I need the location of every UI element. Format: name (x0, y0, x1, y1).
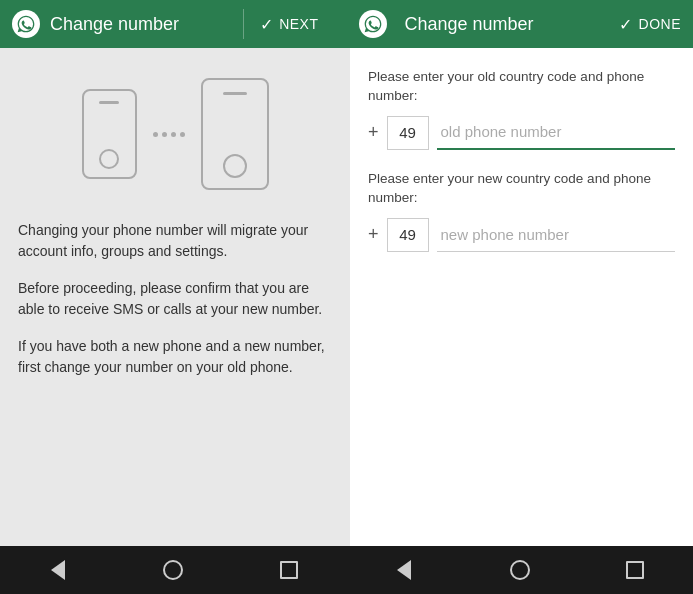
whatsapp-logo-right (359, 10, 387, 38)
old-number-label: Please enter your old country code and p… (368, 68, 675, 106)
next-check-icon: ✓ (260, 15, 274, 34)
home-icon-right (510, 560, 530, 580)
home-button-left[interactable] (133, 546, 213, 594)
new-number-input-row: + 49 (368, 218, 675, 252)
right-panel: Please enter your old country code and p… (350, 48, 693, 546)
recents-icon-right (626, 561, 644, 579)
top-nav-bar: Change number ✓ NEXT Change number ✓ DON… (0, 0, 693, 48)
phone-icon-large (201, 78, 269, 190)
whatsapp-logo-left (12, 10, 40, 38)
home-button-right[interactable] (480, 546, 560, 594)
old-country-code[interactable]: 49 (387, 116, 429, 150)
old-number-input-row: + 49 (368, 116, 675, 150)
home-icon-left (163, 560, 183, 580)
dot-1 (153, 132, 158, 137)
nav-title-left: Change number (50, 14, 179, 35)
new-phone-input[interactable] (437, 218, 675, 252)
back-button-left[interactable] (18, 546, 98, 594)
next-button[interactable]: ✓ NEXT (244, 15, 335, 34)
old-phone-input[interactable] (437, 116, 675, 150)
bottom-nav (0, 546, 693, 594)
nav-title-right: Change number (405, 14, 534, 35)
new-plus-sign: + (368, 224, 379, 245)
recents-button-right[interactable] (595, 546, 675, 594)
nav-left-section: Change number ✓ NEXT (0, 9, 347, 39)
back-icon-right (397, 560, 411, 580)
new-number-section: Please enter your new country code and p… (368, 170, 675, 252)
back-icon-left (51, 560, 65, 580)
dot-3 (171, 132, 176, 137)
dots-separator (153, 132, 185, 137)
nav-right-section: Change number ✓ DONE (347, 10, 694, 38)
desc-para-2: Before proceeding, please confirm that y… (18, 278, 332, 320)
back-button-right[interactable] (364, 546, 444, 594)
main-content: Changing your phone number will migrate … (0, 48, 693, 546)
desc-para-3: If you have both a new phone and a new n… (18, 336, 332, 378)
old-plus-sign: + (368, 122, 379, 143)
dot-4 (180, 132, 185, 137)
done-button[interactable]: ✓ DONE (619, 15, 681, 34)
phones-illustration (18, 68, 332, 200)
dot-2 (162, 132, 167, 137)
recents-icon-left (280, 561, 298, 579)
done-check-icon: ✓ (619, 15, 633, 34)
new-number-label: Please enter your new country code and p… (368, 170, 675, 208)
new-country-code[interactable]: 49 (387, 218, 429, 252)
phone-icon-small (82, 89, 137, 179)
old-number-section: Please enter your old country code and p… (368, 68, 675, 150)
recents-button-left[interactable] (249, 546, 329, 594)
description-text: Changing your phone number will migrate … (18, 220, 332, 378)
left-panel: Changing your phone number will migrate … (0, 48, 350, 546)
desc-para-1: Changing your phone number will migrate … (18, 220, 332, 262)
